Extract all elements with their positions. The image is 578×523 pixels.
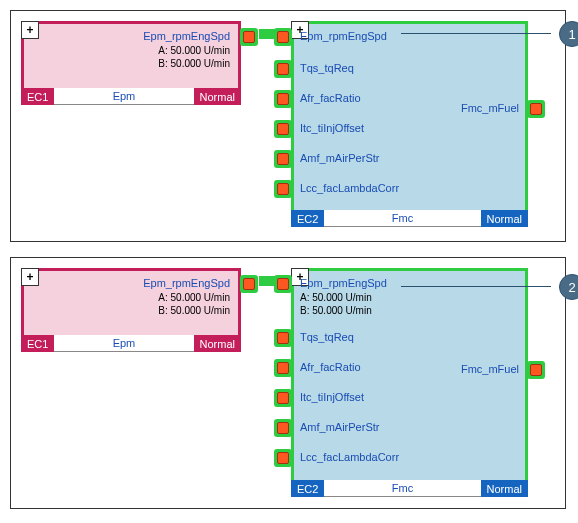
ec1-out-signal: Epm_rpmEngSpd	[143, 30, 230, 42]
input-port[interactable]	[274, 419, 292, 437]
block-ec2[interactable]: + Epm_rpmEngSpd A: 50.000 U/min B: 50.00…	[291, 268, 528, 483]
block-id: EC2	[291, 210, 324, 227]
block-status: Normal	[194, 335, 241, 352]
callout-badge: 2	[559, 274, 578, 300]
plus-icon[interactable]: +	[21, 21, 39, 39]
input-label: Tqs_tqReq	[300, 62, 354, 74]
callout-line	[401, 286, 551, 287]
input-port[interactable]	[274, 90, 292, 108]
input-label: Itc_tiInjOffset	[300, 391, 364, 403]
callout-line	[401, 33, 551, 34]
input-label: Afr_facRatio	[300, 361, 361, 373]
input-port[interactable]	[274, 275, 292, 293]
input-label: Itc_tiInjOffset	[300, 122, 364, 134]
block-status: Normal	[194, 88, 241, 105]
diagram-panel-1: + Epm_rpmEngSpd A: 50.000 U/min B: 50.00…	[10, 10, 566, 242]
ec1-detail-b: B: 50.000 U/min	[158, 57, 230, 70]
block-id: EC1	[21, 335, 54, 352]
output-port[interactable]	[527, 361, 545, 379]
ec1-detail-a: A: 50.000 U/min	[158, 291, 230, 304]
input-label: Lcc_facLambdaCorr	[300, 451, 399, 463]
input-port[interactable]	[274, 120, 292, 138]
input-label: Amf_mAirPerStr	[300, 421, 379, 433]
block-status: Normal	[481, 210, 528, 227]
block-name: Fmc	[324, 480, 480, 497]
output-label: Fmc_mFuel	[461, 363, 519, 375]
block-id: EC2	[291, 480, 324, 497]
input-port[interactable]	[274, 329, 292, 347]
block-status: Normal	[481, 480, 528, 497]
input-label: Epm_rpmEngSpd	[300, 30, 387, 42]
block-ec1[interactable]: + Epm_rpmEngSpd A: 50.000 U/min B: 50.00…	[21, 268, 241, 338]
input-label: Afr_facRatio	[300, 92, 361, 104]
output-port[interactable]	[527, 100, 545, 118]
block-footer: EC2 Fmc Normal	[291, 210, 528, 227]
input-port[interactable]	[274, 359, 292, 377]
ec1-out-signal: Epm_rpmEngSpd	[143, 277, 230, 289]
plus-icon[interactable]: +	[21, 268, 39, 286]
callout-badge: 1	[559, 21, 578, 47]
output-port[interactable]	[240, 275, 258, 293]
output-port[interactable]	[240, 28, 258, 46]
block-id: EC1	[21, 88, 54, 105]
block-name: Epm	[54, 335, 193, 352]
block-footer: EC1 Epm Normal	[21, 335, 241, 352]
input-label: Epm_rpmEngSpd	[300, 277, 387, 289]
block-ec1[interactable]: + Epm_rpmEngSpd A: 50.000 U/min B: 50.00…	[21, 21, 241, 91]
input-port[interactable]	[274, 449, 292, 467]
input-port[interactable]	[274, 180, 292, 198]
ec1-detail-b: B: 50.000 U/min	[158, 304, 230, 317]
block-name: Fmc	[324, 210, 480, 227]
output-label: Fmc_mFuel	[461, 102, 519, 114]
input-label: Tqs_tqReq	[300, 331, 354, 343]
block-name: Epm	[54, 88, 193, 105]
block-ec2[interactable]: + Epm_rpmEngSpd Tqs_tqReq Afr_facRatio I…	[291, 21, 528, 213]
input-detail-b: B: 50.000 U/min	[300, 304, 372, 317]
input-port[interactable]	[274, 150, 292, 168]
input-label: Amf_mAirPerStr	[300, 152, 379, 164]
input-detail-a: A: 50.000 U/min	[300, 291, 372, 304]
block-footer: EC2 Fmc Normal	[291, 480, 528, 497]
input-port[interactable]	[274, 60, 292, 78]
input-label: Lcc_facLambdaCorr	[300, 182, 399, 194]
input-port[interactable]	[274, 389, 292, 407]
ec1-detail-a: A: 50.000 U/min	[158, 44, 230, 57]
input-port[interactable]	[274, 28, 292, 46]
diagram-panel-2: + Epm_rpmEngSpd A: 50.000 U/min B: 50.00…	[10, 257, 566, 509]
block-footer: EC1 Epm Normal	[21, 88, 241, 105]
